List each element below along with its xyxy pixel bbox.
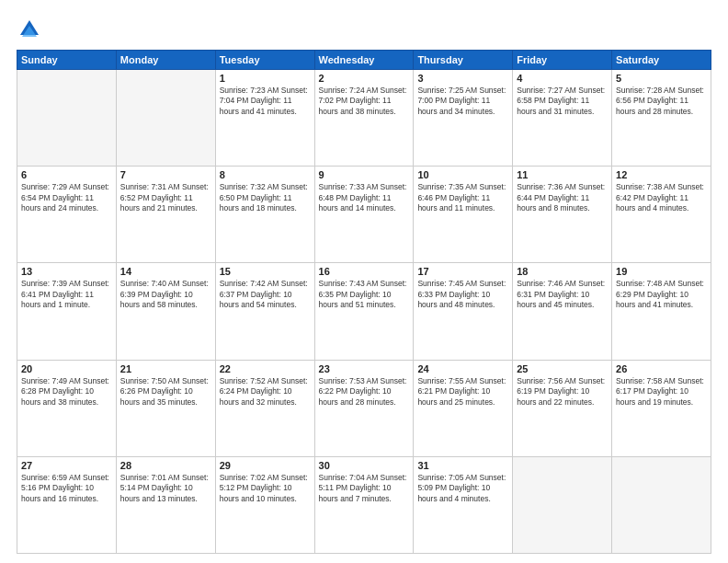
day-cell: 2Sunrise: 7:24 AM Sunset: 7:02 PM Daylig… — [314, 70, 414, 167]
day-number: 29 — [220, 460, 311, 471]
day-cell: 22Sunrise: 7:52 AM Sunset: 6:24 PM Dayli… — [215, 360, 314, 456]
day-cell: 8Sunrise: 7:32 AM Sunset: 6:50 PM Daylig… — [215, 167, 314, 263]
day-number: 14 — [120, 266, 211, 277]
day-info: Sunrise: 7:40 AM Sunset: 6:39 PM Dayligh… — [120, 279, 211, 310]
calendar-header-row: SundayMondayTuesdayWednesdayThursdayFrid… — [17, 51, 711, 70]
day-number: 23 — [319, 363, 410, 374]
day-number: 26 — [616, 363, 707, 374]
day-header-thursday: Thursday — [414, 51, 513, 70]
day-number: 24 — [417, 363, 508, 374]
day-number: 1 — [220, 73, 311, 84]
day-cell: 21Sunrise: 7:50 AM Sunset: 6:26 PM Dayli… — [116, 360, 215, 456]
day-info: Sunrise: 7:28 AM Sunset: 6:56 PM Dayligh… — [616, 86, 707, 117]
day-info: Sunrise: 7:25 AM Sunset: 7:00 PM Dayligh… — [417, 86, 508, 117]
day-number: 18 — [517, 266, 608, 277]
day-cell: 19Sunrise: 7:48 AM Sunset: 6:29 PM Dayli… — [612, 263, 711, 360]
empty-cell — [612, 456, 711, 553]
day-cell: 6Sunrise: 7:29 AM Sunset: 6:54 PM Daylig… — [17, 167, 117, 263]
calendar-week-row: 6Sunrise: 7:29 AM Sunset: 6:54 PM Daylig… — [17, 167, 711, 263]
day-cell: 17Sunrise: 7:45 AM Sunset: 6:33 PM Dayli… — [414, 263, 513, 360]
day-info: Sunrise: 7:24 AM Sunset: 7:02 PM Dayligh… — [319, 86, 410, 117]
day-number: 7 — [120, 169, 211, 180]
day-number: 3 — [417, 73, 508, 84]
day-header-monday: Monday — [116, 51, 215, 70]
empty-cell — [513, 456, 612, 553]
day-cell: 1Sunrise: 7:23 AM Sunset: 7:04 PM Daylig… — [215, 70, 314, 167]
day-number: 21 — [120, 363, 211, 374]
day-info: Sunrise: 7:05 AM Sunset: 5:09 PM Dayligh… — [417, 473, 508, 504]
day-number: 9 — [319, 169, 410, 180]
day-cell: 16Sunrise: 7:43 AM Sunset: 6:35 PM Dayli… — [314, 263, 414, 360]
day-number: 13 — [21, 266, 112, 277]
day-cell: 24Sunrise: 7:55 AM Sunset: 6:21 PM Dayli… — [414, 360, 513, 456]
day-number: 19 — [616, 266, 707, 277]
day-info: Sunrise: 7:56 AM Sunset: 6:19 PM Dayligh… — [517, 376, 608, 408]
calendar-week-row: 1Sunrise: 7:23 AM Sunset: 7:04 PM Daylig… — [17, 70, 711, 167]
day-cell: 4Sunrise: 7:27 AM Sunset: 6:58 PM Daylig… — [513, 70, 612, 167]
calendar-table: SundayMondayTuesdayWednesdayThursdayFrid… — [17, 50, 711, 554]
day-info: Sunrise: 7:23 AM Sunset: 7:04 PM Dayligh… — [220, 86, 311, 117]
calendar-week-row: 20Sunrise: 7:49 AM Sunset: 6:28 PM Dayli… — [17, 360, 711, 456]
day-number: 6 — [21, 169, 112, 180]
day-cell: 20Sunrise: 7:49 AM Sunset: 6:28 PM Dayli… — [17, 360, 117, 456]
logo-icon — [17, 17, 42, 42]
day-info: Sunrise: 7:02 AM Sunset: 5:12 PM Dayligh… — [220, 473, 311, 504]
logo — [17, 17, 46, 42]
day-cell: 30Sunrise: 7:04 AM Sunset: 5:11 PM Dayli… — [314, 456, 414, 553]
day-header-wednesday: Wednesday — [314, 51, 414, 70]
day-number: 8 — [220, 169, 311, 180]
day-cell: 26Sunrise: 7:58 AM Sunset: 6:17 PM Dayli… — [612, 360, 711, 456]
day-info: Sunrise: 7:55 AM Sunset: 6:21 PM Dayligh… — [417, 376, 508, 408]
day-cell: 13Sunrise: 7:39 AM Sunset: 6:41 PM Dayli… — [17, 263, 117, 360]
day-info: Sunrise: 7:42 AM Sunset: 6:37 PM Dayligh… — [220, 279, 311, 310]
empty-cell — [17, 70, 117, 167]
day-cell: 3Sunrise: 7:25 AM Sunset: 7:00 PM Daylig… — [414, 70, 513, 167]
day-info: Sunrise: 6:59 AM Sunset: 5:16 PM Dayligh… — [21, 473, 112, 504]
day-info: Sunrise: 7:38 AM Sunset: 6:42 PM Dayligh… — [616, 182, 707, 213]
empty-cell — [116, 70, 215, 167]
day-cell: 14Sunrise: 7:40 AM Sunset: 6:39 PM Dayli… — [116, 263, 215, 360]
day-info: Sunrise: 7:49 AM Sunset: 6:28 PM Dayligh… — [21, 376, 112, 408]
day-header-friday: Friday — [513, 51, 612, 70]
day-cell: 29Sunrise: 7:02 AM Sunset: 5:12 PM Dayli… — [215, 456, 314, 553]
day-cell: 28Sunrise: 7:01 AM Sunset: 5:14 PM Dayli… — [116, 456, 215, 553]
day-info: Sunrise: 7:43 AM Sunset: 6:35 PM Dayligh… — [319, 279, 410, 310]
day-number: 22 — [220, 363, 311, 374]
day-cell: 23Sunrise: 7:53 AM Sunset: 6:22 PM Dayli… — [314, 360, 414, 456]
day-info: Sunrise: 7:36 AM Sunset: 6:44 PM Dayligh… — [517, 182, 608, 213]
day-number: 27 — [21, 460, 112, 471]
day-info: Sunrise: 7:58 AM Sunset: 6:17 PM Dayligh… — [616, 376, 707, 408]
day-number: 2 — [319, 73, 410, 84]
day-info: Sunrise: 7:53 AM Sunset: 6:22 PM Dayligh… — [319, 376, 410, 408]
day-header-tuesday: Tuesday — [215, 51, 314, 70]
day-cell: 11Sunrise: 7:36 AM Sunset: 6:44 PM Dayli… — [513, 167, 612, 263]
day-cell: 15Sunrise: 7:42 AM Sunset: 6:37 PM Dayli… — [215, 263, 314, 360]
day-info: Sunrise: 7:27 AM Sunset: 6:58 PM Dayligh… — [517, 86, 608, 117]
day-info: Sunrise: 7:45 AM Sunset: 6:33 PM Dayligh… — [417, 279, 508, 310]
day-header-saturday: Saturday — [612, 51, 711, 70]
day-number: 25 — [517, 363, 608, 374]
calendar-week-row: 13Sunrise: 7:39 AM Sunset: 6:41 PM Dayli… — [17, 263, 711, 360]
day-cell: 5Sunrise: 7:28 AM Sunset: 6:56 PM Daylig… — [612, 70, 711, 167]
day-number: 17 — [417, 266, 508, 277]
day-info: Sunrise: 7:04 AM Sunset: 5:11 PM Dayligh… — [319, 473, 410, 504]
day-cell: 7Sunrise: 7:31 AM Sunset: 6:52 PM Daylig… — [116, 167, 215, 263]
day-cell: 9Sunrise: 7:33 AM Sunset: 6:48 PM Daylig… — [314, 167, 414, 263]
day-cell: 31Sunrise: 7:05 AM Sunset: 5:09 PM Dayli… — [414, 456, 513, 553]
day-number: 28 — [120, 460, 211, 471]
day-number: 5 — [616, 73, 707, 84]
day-number: 31 — [417, 460, 508, 471]
day-cell: 25Sunrise: 7:56 AM Sunset: 6:19 PM Dayli… — [513, 360, 612, 456]
day-info: Sunrise: 7:50 AM Sunset: 6:26 PM Dayligh… — [120, 376, 211, 408]
day-info: Sunrise: 7:46 AM Sunset: 6:31 PM Dayligh… — [517, 279, 608, 310]
day-info: Sunrise: 7:48 AM Sunset: 6:29 PM Dayligh… — [616, 279, 707, 310]
page-header — [17, 17, 711, 42]
day-number: 10 — [417, 169, 508, 180]
day-number: 4 — [517, 73, 608, 84]
day-info: Sunrise: 7:39 AM Sunset: 6:41 PM Dayligh… — [21, 279, 112, 310]
day-number: 16 — [319, 266, 410, 277]
day-number: 15 — [220, 266, 311, 277]
day-info: Sunrise: 7:32 AM Sunset: 6:50 PM Dayligh… — [220, 182, 311, 213]
day-info: Sunrise: 7:52 AM Sunset: 6:24 PM Dayligh… — [220, 376, 311, 408]
day-info: Sunrise: 7:33 AM Sunset: 6:48 PM Dayligh… — [319, 182, 410, 213]
